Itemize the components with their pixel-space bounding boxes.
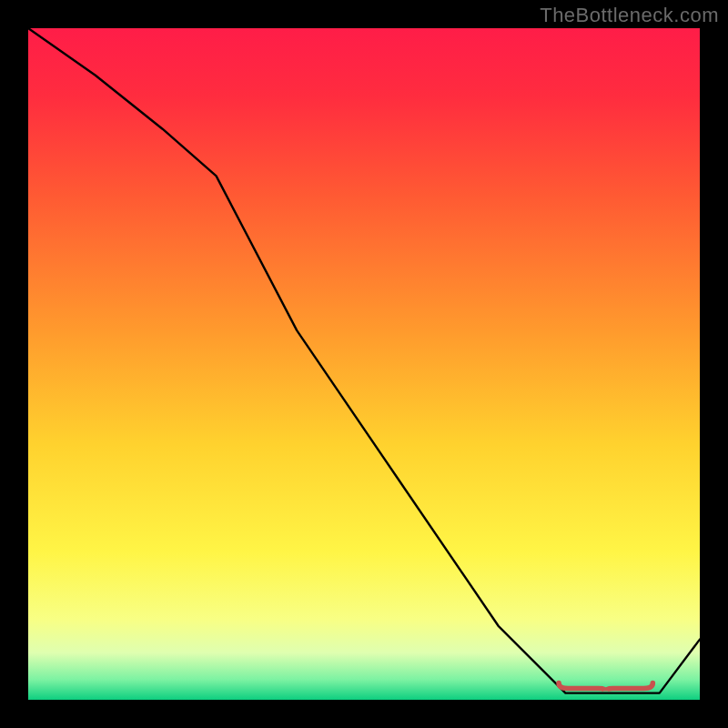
data-line [28,28,700,693]
plot-area [28,28,700,700]
red-bracket-annotation [559,683,652,692]
chart-stage: TheBottleneck.com [0,0,728,728]
watermark-text: TheBottleneck.com [540,4,719,27]
plot-overlay [28,28,700,700]
